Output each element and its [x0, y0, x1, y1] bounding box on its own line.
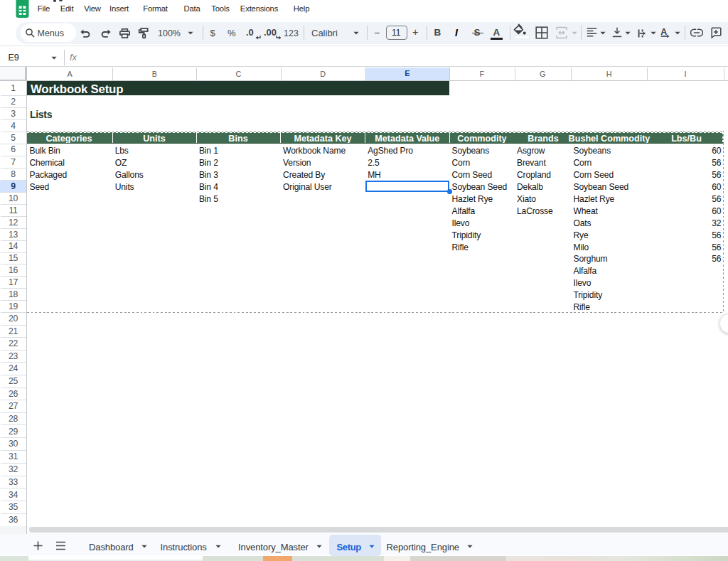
svg-text:A: A — [660, 27, 667, 37]
